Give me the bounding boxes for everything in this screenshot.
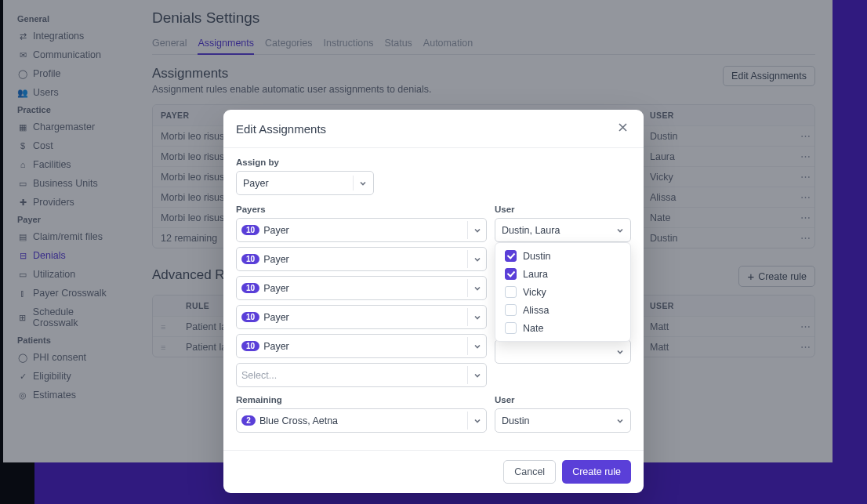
user-option-alissa[interactable]: Alissa <box>495 301 630 319</box>
remaining-payer-select[interactable]: 2 Blue Cross, Aetna <box>236 408 487 433</box>
assign-by-select[interactable]: Payer <box>236 171 374 195</box>
count-badge: 2 <box>241 415 256 426</box>
payer-select[interactable]: 10Payer <box>236 218 487 242</box>
payer-select-empty[interactable]: Select... <box>236 363 487 387</box>
cancel-button[interactable]: Cancel <box>503 460 556 484</box>
chevron-down-icon <box>359 179 367 187</box>
modal-title: Edit Assignments <box>236 122 326 136</box>
payer-select[interactable]: 10Payer <box>236 305 487 329</box>
checkbox[interactable] <box>505 322 517 334</box>
remaining-label: Remaining <box>236 395 487 404</box>
create-rule-submit-button[interactable]: Create rule <box>562 460 631 484</box>
checkbox[interactable] <box>505 268 517 280</box>
chevron-down-icon <box>473 227 481 234</box>
user-multi-select[interactable]: Dustin, Laura <box>495 218 631 242</box>
modal-overlay[interactable]: Edit Assignments Assign by Payer Payers … <box>0 0 867 504</box>
chevron-down-icon <box>473 343 481 350</box>
count-badge: 10 <box>241 225 259 235</box>
count-badge: 10 <box>241 312 259 322</box>
close-icon <box>617 121 629 133</box>
user-option-dustin[interactable]: Dustin <box>495 247 630 265</box>
close-button[interactable] <box>615 119 631 138</box>
user-label-2: User <box>495 395 631 404</box>
count-badge: 10 <box>241 341 259 351</box>
user-option-vicky[interactable]: Vicky <box>495 283 630 301</box>
chevron-down-icon <box>473 256 481 263</box>
user-label: User <box>495 205 631 214</box>
chevron-down-icon <box>473 417 481 425</box>
remaining-user-select[interactable]: Dustin <box>495 408 631 433</box>
user-select-empty[interactable] <box>495 339 631 364</box>
payer-select[interactable]: 10Payer <box>236 247 487 271</box>
checkbox[interactable] <box>505 250 517 262</box>
checkbox[interactable] <box>505 304 517 316</box>
edit-assignments-modal: Edit Assignments Assign by Payer Payers … <box>223 110 644 493</box>
payer-select[interactable]: 10Payer <box>236 334 487 358</box>
chevron-down-icon <box>616 417 624 425</box>
chevron-down-icon <box>473 372 481 379</box>
assign-by-label: Assign by <box>236 158 631 167</box>
chevron-down-icon <box>473 285 481 292</box>
user-option-nate[interactable]: Nate <box>495 319 630 337</box>
chevron-down-icon <box>616 227 624 234</box>
user-option-laura[interactable]: Laura <box>495 265 630 283</box>
chevron-down-icon <box>616 348 624 356</box>
checkbox[interactable] <box>505 286 517 298</box>
payers-label: Payers <box>236 205 487 214</box>
count-badge: 10 <box>241 254 259 264</box>
chevron-down-icon <box>473 314 481 321</box>
payer-select[interactable]: 10Payer <box>236 276 487 300</box>
user-dropdown-panel: DustinLauraVickyAlissaNate <box>495 242 631 342</box>
count-badge: 10 <box>241 283 259 293</box>
